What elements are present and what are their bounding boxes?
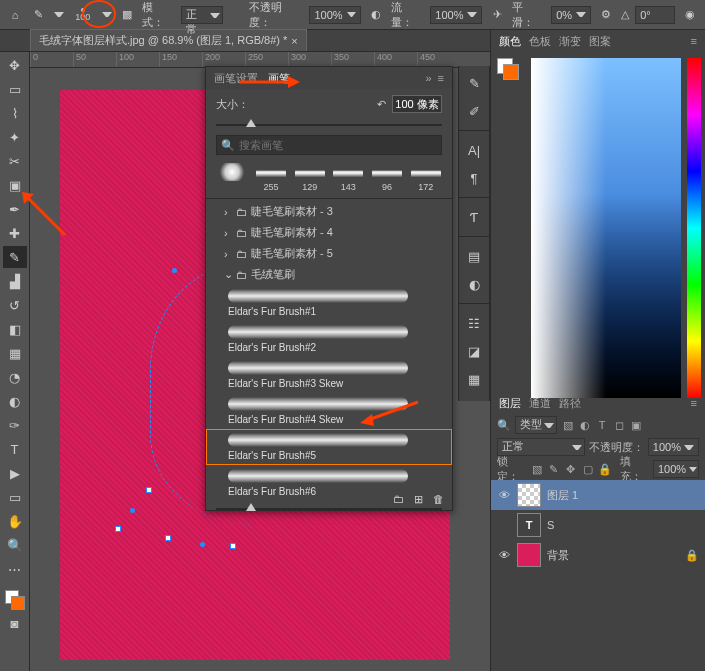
character-panel-icon[interactable]: A| bbox=[463, 139, 485, 161]
anchor-point[interactable] bbox=[146, 487, 152, 493]
anchor-point[interactable] bbox=[165, 535, 171, 541]
trash-icon[interactable]: 🗑 bbox=[433, 493, 444, 506]
hand-tool[interactable]: ✋ bbox=[3, 510, 27, 532]
layer-row[interactable]: 👁 图层 1 bbox=[491, 480, 705, 510]
lock-all-icon[interactable]: 🔒 bbox=[598, 463, 612, 476]
gear-icon[interactable]: ⚙ bbox=[597, 6, 615, 24]
filter-kind-select[interactable]: 类型 bbox=[515, 416, 557, 434]
flip-icon[interactable]: ↶ bbox=[377, 98, 386, 111]
close-tab-icon[interactable]: × bbox=[291, 35, 297, 47]
quick-select-tool[interactable]: ✦ bbox=[3, 126, 27, 148]
brush-tool[interactable]: ✎ bbox=[3, 246, 27, 268]
layer-thumbnail[interactable] bbox=[517, 483, 541, 507]
brush-preset[interactable]: 172 bbox=[409, 163, 442, 192]
brush-item[interactable]: Eldar's Fur Brush#4 Skew bbox=[206, 393, 452, 429]
flow-value[interactable]: 100% bbox=[430, 6, 482, 24]
opacity-value[interactable]: 100% bbox=[309, 6, 361, 24]
blend-mode-select[interactable]: 正常 bbox=[181, 6, 223, 24]
brush-preset[interactable]: 129 bbox=[293, 163, 326, 192]
lock-artboard-icon[interactable]: ▢ bbox=[581, 463, 595, 476]
tab-patterns[interactable]: 图案 bbox=[589, 34, 611, 49]
blend-mode-select[interactable]: 正常 bbox=[497, 438, 585, 456]
brush-folder[interactable]: ›🗀睫毛笔刷素材 - 3 bbox=[206, 201, 452, 222]
brush-preset[interactable] bbox=[216, 163, 249, 192]
bezier-handle[interactable] bbox=[172, 268, 177, 273]
anchor-point[interactable] bbox=[230, 543, 236, 549]
brush-item[interactable]: Eldar's Fur Brush#1 bbox=[206, 285, 452, 321]
frame-tool[interactable]: ▣ bbox=[3, 174, 27, 196]
properties-icon[interactable]: ▤ bbox=[463, 245, 485, 267]
brush-panel-toggle-icon[interactable]: ▩ bbox=[118, 6, 136, 24]
layer-thumbnail[interactable] bbox=[517, 543, 541, 567]
layer-row[interactable]: 👁 背景 🔒 bbox=[491, 540, 705, 570]
collapse-icon[interactable]: » bbox=[425, 72, 431, 84]
filter-type-icon[interactable]: T bbox=[595, 419, 609, 431]
brush-folder[interactable]: ⌄🗀毛绒笔刷 bbox=[206, 264, 452, 285]
brush-tool-icon[interactable]: ✎ bbox=[30, 6, 48, 24]
brush-search-input[interactable] bbox=[239, 139, 437, 151]
bezier-handle[interactable] bbox=[200, 542, 205, 547]
path-select-tool[interactable]: ▶ bbox=[3, 462, 27, 484]
healing-tool[interactable]: ✚ bbox=[3, 222, 27, 244]
brushes-icon[interactable]: ✐ bbox=[463, 100, 485, 122]
crop-tool[interactable]: ✂ bbox=[3, 150, 27, 172]
tab-brush-settings[interactable]: 画笔设置 bbox=[214, 71, 258, 86]
paragraph-panel-icon[interactable]: ¶ bbox=[463, 167, 485, 189]
document-tab[interactable]: 毛绒字体图层样式.jpg @ 68.9% (图层 1, RGB/8#) * × bbox=[30, 29, 307, 51]
lock-pos-icon[interactable]: ✥ bbox=[564, 463, 578, 476]
brush-folder[interactable]: ›🗀睫毛笔刷素材 - 5 bbox=[206, 243, 452, 264]
visibility-icon[interactable]: 👁 bbox=[497, 549, 511, 561]
marquee-tool[interactable]: ▭ bbox=[3, 78, 27, 100]
panel-menu-icon[interactable]: ≡ bbox=[691, 397, 697, 409]
airbrush-icon[interactable]: ✈ bbox=[488, 6, 506, 24]
tool-preset-dropdown[interactable] bbox=[54, 12, 64, 17]
filter-smart-icon[interactable]: ▣ bbox=[629, 419, 643, 432]
bezier-handle[interactable] bbox=[130, 508, 135, 513]
tab-gradients[interactable]: 渐变 bbox=[559, 34, 581, 49]
eraser-tool[interactable]: ◧ bbox=[3, 318, 27, 340]
shape-tool[interactable]: ▭ bbox=[3, 486, 27, 508]
pressure-opacity-icon[interactable]: ◐ bbox=[367, 6, 385, 24]
gradient-tool[interactable]: ▦ bbox=[3, 342, 27, 364]
swatches-icon[interactable]: ◪ bbox=[463, 340, 485, 362]
color-swatches[interactable] bbox=[5, 590, 25, 610]
new-folder-icon[interactable]: 🗀 bbox=[393, 493, 404, 506]
size-slider[interactable] bbox=[216, 119, 442, 131]
hue-slider[interactable] bbox=[687, 58, 701, 398]
brush-size-input[interactable] bbox=[392, 95, 442, 113]
color-field[interactable] bbox=[531, 58, 681, 398]
eyedropper-tool[interactable]: ✒ bbox=[3, 198, 27, 220]
brush-settings-icon[interactable]: ✎ bbox=[463, 72, 485, 94]
quick-mask-icon[interactable]: ◙ bbox=[3, 612, 27, 634]
brush-preset[interactable]: 255 bbox=[255, 163, 288, 192]
panel-menu-icon[interactable]: ≡ bbox=[691, 35, 697, 47]
brush-item-selected[interactable]: Eldar's Fur Brush#5 bbox=[206, 429, 452, 465]
new-brush-icon[interactable]: ⊞ bbox=[414, 493, 423, 506]
pen-tool[interactable]: ✑ bbox=[3, 414, 27, 436]
home-icon[interactable]: ⌂ bbox=[6, 6, 24, 24]
brush-preset[interactable]: 143 bbox=[332, 163, 365, 192]
brush-folder[interactable]: ›🗀睫毛笔刷素材 - 4 bbox=[206, 222, 452, 243]
smooth-value[interactable]: 0% bbox=[551, 6, 591, 24]
filter-shape-icon[interactable]: ◻ bbox=[612, 419, 626, 432]
edit-toolbar[interactable]: ⋯ bbox=[3, 558, 27, 580]
brush-preset[interactable]: 96 bbox=[371, 163, 404, 192]
tab-brushes[interactable]: 画笔 bbox=[268, 71, 290, 86]
tab-swatches[interactable]: 色板 bbox=[529, 34, 551, 49]
pressure-size-icon[interactable]: ◉ bbox=[681, 6, 699, 24]
layer-opacity[interactable]: 100% bbox=[648, 438, 699, 456]
picker-swatches[interactable] bbox=[497, 58, 519, 80]
history-brush-tool[interactable]: ↺ bbox=[3, 294, 27, 316]
tab-layers[interactable]: 图层 bbox=[499, 396, 521, 411]
layer-row[interactable]: T S bbox=[491, 510, 705, 540]
stamp-tool[interactable]: ▟ bbox=[3, 270, 27, 292]
panel-menu-icon[interactable]: ≡ bbox=[438, 72, 444, 84]
tab-color[interactable]: 颜色 bbox=[499, 34, 521, 49]
filter-pixel-icon[interactable]: ▧ bbox=[561, 419, 575, 432]
zoom-tool[interactable]: 🔍 bbox=[3, 534, 27, 556]
visibility-icon[interactable]: 👁 bbox=[497, 489, 511, 501]
styles-icon[interactable]: ▦ bbox=[463, 368, 485, 390]
adjustments-icon[interactable]: ◐ bbox=[463, 273, 485, 295]
type-tool[interactable]: T bbox=[3, 438, 27, 460]
lasso-tool[interactable]: ⌇ bbox=[3, 102, 27, 124]
